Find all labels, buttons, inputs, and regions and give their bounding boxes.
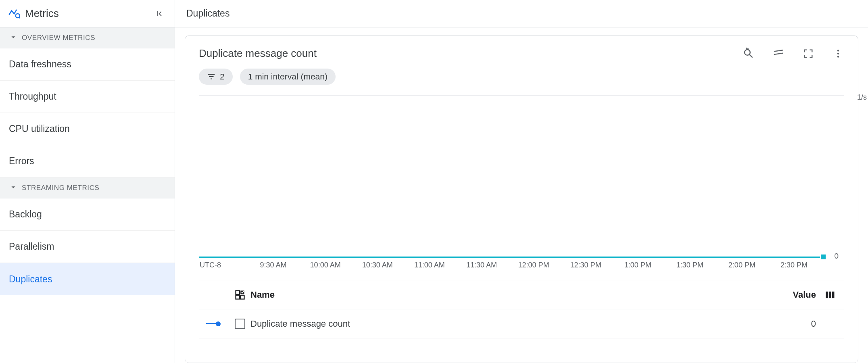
more-vert-icon [833,48,843,59]
sidebar-header: Metrics [0,0,175,27]
series-swatch [206,321,222,326]
x-axis-ticks: 9:30 AM 10:00 AM 10:30 AM 11:00 AM 11:30… [247,261,820,269]
reset-zoom-button[interactable] [743,48,755,60]
interval-chip[interactable]: 1 min interval (mean) [240,69,336,85]
series-name: Duplicate message count [250,319,768,329]
chevron-down-icon [9,33,18,43]
columns-icon [824,289,836,300]
y-axis-unit: 1/s [857,93,867,102]
nav-item-duplicates[interactable]: Duplicates [0,263,175,295]
section-label: OVERVIEW METRICS [22,34,95,42]
x-tick: 12:00 PM [507,261,559,269]
page-title-text: Duplicates [186,8,230,19]
svg-point-2 [837,50,839,51]
metrics-icon [8,8,20,20]
x-tick: 1:30 PM [664,261,716,269]
legend-header-row: Name Value [199,280,844,309]
chart-area: 1/s 0 UTC-8 9:30 AM 10:00 AM 10:30 AM [199,95,844,269]
y-axis-zero: 0 [834,252,839,261]
column-selector-button[interactable] [816,289,844,300]
legend-name-header[interactable]: Name [250,290,768,300]
nav-item-errors[interactable]: Errors [0,145,175,177]
x-tick: 2:00 PM [716,261,768,269]
svg-rect-11 [832,291,835,298]
card-actions [743,48,844,60]
x-tick: 10:30 AM [351,261,403,269]
nav-item-label: Data freshness [9,59,71,70]
collapse-sidebar-button[interactable] [152,6,167,21]
series-checkbox[interactable] [235,319,245,329]
nav-item-throughput[interactable]: Throughput [0,81,175,113]
filter-count-chip[interactable]: 2 [199,69,233,85]
chart-baseline: 0 [199,257,820,258]
nav-item-label: Throughput [9,91,56,102]
chart-plot[interactable]: 1/s [199,95,844,257]
svg-rect-9 [826,291,828,298]
legend-row[interactable]: Duplicate message count 0 [199,309,844,338]
svg-rect-8 [240,295,244,299]
svg-rect-10 [829,291,831,298]
main: Duplicates Duplicate message count [175,0,868,363]
x-tick: 11:30 AM [455,261,507,269]
reset-zoom-icon [743,48,755,60]
filter-count: 2 [220,72,225,81]
collapse-icon [154,9,164,19]
nav-item-data-freshness[interactable]: Data freshness [0,48,175,81]
section-label: STREAMING METRICS [22,184,100,192]
legend-table: Name Value [199,280,844,338]
nav-item-cpu-utilization[interactable]: CPU utilization [0,113,175,145]
svg-point-3 [837,52,839,54]
chevron-down-icon [9,183,18,193]
x-tick: 1:00 PM [612,261,664,269]
x-axis: UTC-8 9:30 AM 10:00 AM 10:30 AM 11:00 AM… [199,261,820,269]
nav-item-label: Duplicates [9,274,52,285]
x-tick: 11:00 AM [403,261,455,269]
series-value: 0 [768,319,816,329]
nav-item-label: Errors [9,156,34,167]
x-tick: 9:30 AM [247,261,299,269]
select-grid-icon [234,289,246,300]
nav-item-label: Backlog [9,209,42,220]
x-tick: 2:30 PM [768,261,820,269]
nav-item-label: CPU utilization [9,123,70,134]
sidebar: Metrics OVERVIEW METRICS Data freshness … [0,0,175,363]
chart-card: Duplicate message count [185,35,858,363]
x-axis-timezone: UTC-8 [199,261,247,269]
sidebar-title: Metrics [25,7,152,20]
card-header: Duplicate message count [199,47,844,60]
filter-icon [207,72,216,81]
legend-value-header[interactable]: Value [768,290,816,300]
svg-point-0 [16,14,20,18]
svg-line-1 [19,17,21,18]
legend-toggle-button[interactable] [772,48,785,60]
series-line [199,257,820,258]
main-body: Duplicate message count [175,27,868,363]
nav-item-label: Parallelism [9,241,54,252]
svg-point-4 [837,56,839,57]
x-tick: 12:30 PM [560,261,612,269]
interval-label: 1 min interval (mean) [248,72,328,81]
filter-chips: 2 1 min interval (mean) [199,69,844,85]
card-title: Duplicate message count [199,47,743,60]
x-tick: 10:00 AM [299,261,351,269]
section-header-streaming[interactable]: STREAMING METRICS [0,177,175,198]
svg-rect-5 [236,290,240,294]
fullscreen-button[interactable] [802,48,814,60]
legend-icon [772,48,785,60]
nav-item-backlog[interactable]: Backlog [0,198,175,231]
more-options-button[interactable] [832,48,844,60]
series-end-marker [821,255,826,259]
section-header-overview[interactable]: OVERVIEW METRICS [0,27,175,48]
select-all-toggle[interactable] [230,289,250,300]
svg-rect-7 [236,295,240,299]
page-title: Duplicates [175,0,868,27]
app-root: Metrics OVERVIEW METRICS Data freshness … [0,0,868,363]
fullscreen-icon [803,48,814,59]
nav-item-parallelism[interactable]: Parallelism [0,231,175,263]
